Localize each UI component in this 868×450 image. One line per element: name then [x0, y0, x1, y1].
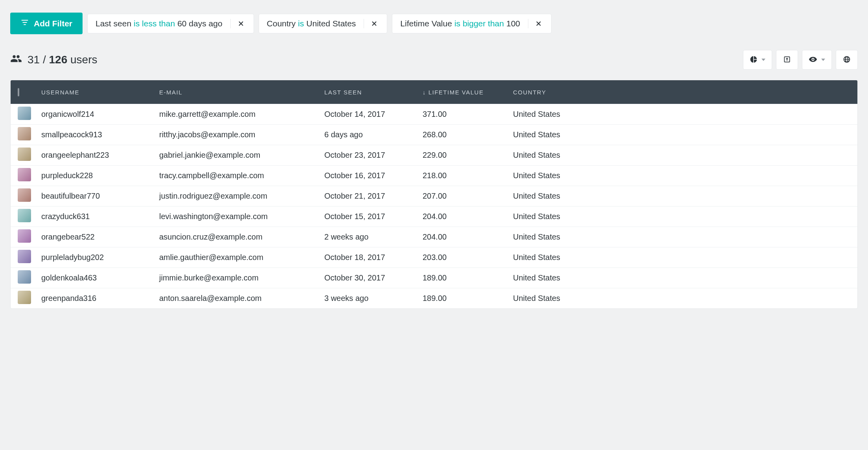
- count-suffix: users: [67, 53, 97, 66]
- select-all-checkbox[interactable]: [18, 88, 19, 96]
- visibility-button[interactable]: [802, 50, 832, 70]
- cell-last-seen: 3 weeks ago: [324, 294, 423, 303]
- export-button[interactable]: [776, 50, 798, 70]
- table-row[interactable]: beautifulbear770justin.rodriguez@example…: [11, 186, 857, 206]
- cell-username: purpleladybug202: [41, 253, 159, 262]
- cell-country: United States: [513, 232, 850, 242]
- cell-email: amlie.gauthier@example.com: [159, 253, 324, 262]
- table-row[interactable]: goldenkoala463jimmie.burke@example.comOc…: [11, 267, 857, 288]
- add-filter-label: Add Filter: [34, 19, 72, 28]
- user-count: 31 / 126 users: [10, 53, 97, 67]
- cell-last-seen: 2 weeks ago: [324, 232, 423, 242]
- chip-separator: [230, 19, 231, 28]
- table-row[interactable]: purpleduck228tracy.campbell@example.comO…: [11, 165, 857, 186]
- close-icon: [371, 19, 377, 28]
- cell-email: ritthy.jacobs@example.com: [159, 130, 324, 139]
- close-icon: [238, 19, 244, 28]
- cell-country: United States: [513, 130, 850, 139]
- chip-field: Lifetime Value: [400, 19, 452, 28]
- col-last-seen[interactable]: Last seen: [324, 89, 423, 96]
- avatar: [18, 107, 31, 120]
- chip-remove-button[interactable]: [534, 19, 543, 28]
- cell-country: United States: [513, 192, 850, 201]
- avatar: [18, 209, 31, 222]
- users-table: Username E-mail Last seen Lifetime value…: [10, 80, 858, 309]
- avatar: [18, 127, 31, 140]
- cell-lifetime-value: 204.00: [423, 212, 513, 221]
- chip-operator: is less than: [134, 19, 175, 28]
- cell-lifetime-value: 189.00: [423, 294, 513, 303]
- cell-lifetime-value: 204.00: [423, 232, 513, 242]
- cell-last-seen: October 15, 2017: [324, 212, 423, 221]
- cell-email: levi.washington@example.com: [159, 212, 324, 221]
- chip-field: Last seen: [96, 19, 131, 28]
- avatar: [18, 168, 31, 181]
- pie-chart-icon: [750, 55, 758, 65]
- cell-email: gabriel.jankie@example.com: [159, 151, 324, 160]
- cell-email: anton.saarela@example.com: [159, 294, 324, 303]
- cell-email: tracy.campbell@example.com: [159, 171, 324, 180]
- filter-chip[interactable]: Country is United States: [259, 14, 388, 33]
- cell-last-seen: October 23, 2017: [324, 151, 423, 160]
- close-icon: [536, 19, 541, 28]
- cell-last-seen: October 21, 2017: [324, 192, 423, 201]
- filter-icon: [20, 18, 29, 29]
- col-country[interactable]: Country: [513, 89, 850, 96]
- cell-country: United States: [513, 110, 850, 119]
- cell-last-seen: October 16, 2017: [324, 171, 423, 180]
- chip-remove-button[interactable]: [370, 19, 379, 28]
- avatar: [18, 188, 31, 202]
- chip-separator: [528, 19, 528, 28]
- chip-remove-button[interactable]: [236, 19, 246, 28]
- table-row[interactable]: crazyduck631levi.washington@example.comO…: [11, 206, 857, 227]
- avatar: [18, 291, 31, 304]
- cell-username: orangebear522: [41, 232, 159, 242]
- chip-separator: [364, 19, 364, 28]
- table-row[interactable]: smallpeacock913ritthy.jacobs@example.com…: [11, 124, 857, 145]
- export-icon: [783, 55, 791, 65]
- chip-operator: is: [298, 19, 304, 28]
- cell-lifetime-value: 189.00: [423, 273, 513, 282]
- filter-chip[interactable]: Last seen is less than 60 days ago: [87, 14, 254, 33]
- cell-username: purpleduck228: [41, 171, 159, 180]
- chip-value: 100: [506, 19, 520, 28]
- cell-lifetime-value: 207.00: [423, 192, 513, 201]
- eye-icon: [809, 55, 817, 65]
- col-username[interactable]: Username: [41, 89, 159, 96]
- chip-value: United States: [306, 19, 356, 28]
- globe-button[interactable]: [836, 50, 858, 70]
- table-row[interactable]: orangeelephant223gabriel.jankie@example.…: [11, 145, 857, 165]
- filter-chip[interactable]: Lifetime Value is bigger than 100: [392, 14, 552, 33]
- cell-username: greenpanda316: [41, 294, 159, 303]
- avatar: [18, 270, 31, 284]
- cell-email: justin.rodriguez@example.com: [159, 192, 324, 201]
- add-filter-button[interactable]: Add Filter: [10, 13, 83, 34]
- cell-last-seen: 6 days ago: [324, 130, 423, 139]
- count-sep: /: [40, 53, 49, 66]
- chevron-down-icon: [821, 59, 825, 61]
- col-lifetime-value[interactable]: Lifetime value: [423, 89, 513, 96]
- cell-lifetime-value: 229.00: [423, 151, 513, 160]
- chip-value: 60 days ago: [177, 19, 222, 28]
- globe-icon: [843, 55, 851, 65]
- avatar: [18, 250, 31, 263]
- cell-username: goldenkoala463: [41, 273, 159, 282]
- table-row[interactable]: purpleladybug202amlie.gauthier@example.c…: [11, 247, 857, 267]
- cell-email: jimmie.burke@example.com: [159, 273, 324, 282]
- table-row[interactable]: greenpanda316anton.saarela@example.com3 …: [11, 288, 857, 308]
- cell-lifetime-value: 268.00: [423, 130, 513, 139]
- cell-username: organicwolf214: [41, 110, 159, 119]
- cell-lifetime-value: 203.00: [423, 253, 513, 262]
- cell-last-seen: October 30, 2017: [324, 273, 423, 282]
- cell-email: mike.garrett@example.com: [159, 110, 324, 119]
- table-row[interactable]: orangebear522asuncion.cruz@example.com2 …: [11, 227, 857, 247]
- count-matching: 31: [28, 53, 40, 66]
- cell-username: beautifulbear770: [41, 192, 159, 201]
- chart-button[interactable]: [743, 50, 772, 70]
- col-email[interactable]: E-mail: [159, 89, 324, 96]
- avatar: [18, 229, 31, 243]
- table-row[interactable]: organicwolf214mike.garrett@example.comOc…: [11, 104, 857, 124]
- cell-last-seen: October 18, 2017: [324, 253, 423, 262]
- meta-bar: 31 / 126 users: [10, 50, 858, 70]
- cell-last-seen: October 14, 2017: [324, 110, 423, 119]
